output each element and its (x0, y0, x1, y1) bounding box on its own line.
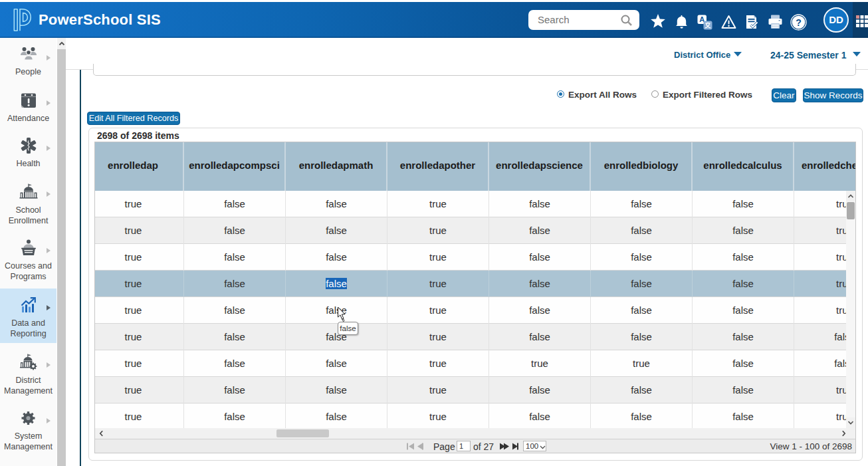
svg-text:?: ? (796, 17, 802, 28)
